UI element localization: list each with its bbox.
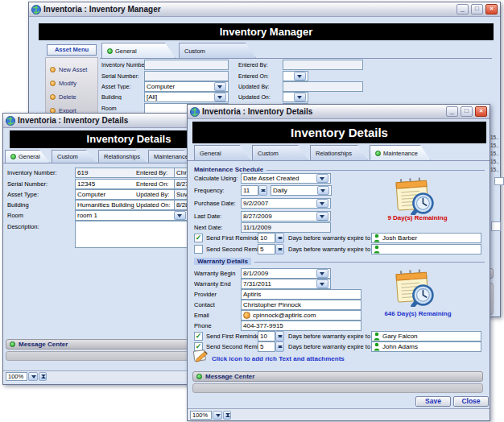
- inventory-manager-titlebar[interactable]: Inventoria : Inventory Manager _ □ ×: [29, 2, 500, 17]
- description-textarea[interactable]: [75, 221, 188, 248]
- frequency-unit-select[interactable]: Daily: [271, 185, 332, 196]
- send-second-reminder-label: Send Second Reminder: [206, 343, 258, 350]
- menu-item-delete[interactable]: Delete: [50, 92, 76, 102]
- inventory-details-titlebar[interactable]: Inventoria : Inventory Details _ □ ×: [188, 105, 490, 119]
- building-label: Building: [7, 201, 75, 209]
- warranty-begin-label: Warranty Begin: [194, 270, 241, 277]
- maximize-button[interactable]: □: [461, 106, 473, 117]
- building-label: Building: [101, 94, 144, 100]
- inventory-number-input[interactable]: [144, 60, 229, 70]
- person-icon: [374, 342, 380, 351]
- building-select[interactable]: [All]: [144, 92, 229, 102]
- tab-label: Maintenance: [383, 150, 418, 157]
- tab-relationships[interactable]: Relationships: [310, 145, 368, 160]
- chevron-down-icon: [294, 93, 306, 101]
- phone-label: Phone: [194, 322, 241, 329]
- warranty-details-section: Warranty Details: [194, 257, 485, 266]
- menu-item-new-asset[interactable]: New Asset: [50, 64, 87, 75]
- first-reminder-recipient-input[interactable]: Josh Barber: [371, 233, 481, 243]
- last-date-select[interactable]: 8/27/2009: [241, 211, 331, 221]
- rich-text-hint: Click icon to add rich Text and attachme…: [212, 355, 345, 362]
- days-value: 5: [260, 343, 263, 350]
- calculate-using-select[interactable]: Date Asset Created: [241, 173, 331, 184]
- maintenance-calendar-clock-icon: [395, 175, 434, 215]
- frequency-unit-value: Daily: [273, 187, 287, 194]
- description-label: Description:: [7, 223, 75, 230]
- tab-custom[interactable]: Custom: [252, 145, 308, 160]
- minimize-button[interactable]: _: [446, 106, 458, 117]
- warranty-second-recipient-input[interactable]: John Adams: [371, 341, 481, 352]
- maximize-button[interactable]: □: [471, 4, 483, 14]
- second-reminder-recipient-input[interactable]: [371, 244, 481, 254]
- rich-text-note-icon[interactable]: [192, 348, 210, 362]
- tab-custom[interactable]: Custom: [52, 150, 97, 163]
- asset-type-label: Asset Type:: [7, 191, 75, 198]
- email-input[interactable]: cpinnock@aptiris.com: [241, 310, 361, 321]
- entered-by-label: Entered By:: [238, 62, 283, 68]
- warranty-end-value: 7/31/2011: [243, 280, 271, 288]
- warranty-first-reminder-checkbox[interactable]: ✓: [194, 332, 203, 341]
- first-reminder-days-input[interactable]: 10: [258, 233, 275, 243]
- save-button[interactable]: Save: [415, 396, 451, 407]
- zoom-stepper[interactable]: [223, 411, 231, 420]
- warranty-first-days-input[interactable]: 10: [258, 331, 275, 341]
- close-button[interactable]: ×: [475, 106, 487, 117]
- close-button[interactable]: Close: [453, 396, 489, 407]
- warranty-begin-value: 8/1/2009: [243, 270, 268, 277]
- message-center-bar[interactable]: Message Center: [192, 371, 483, 382]
- first-reminder-days-stepper[interactable]: [275, 233, 284, 243]
- send-second-reminder-checkbox[interactable]: [194, 245, 203, 254]
- tab-general[interactable]: General: [194, 145, 250, 160]
- send-first-reminder-checkbox[interactable]: ✓: [194, 234, 203, 242]
- email-value: cpinnock@aptiris.com: [253, 312, 316, 319]
- next-date-input[interactable]: 11/1/2009: [241, 222, 331, 233]
- tab-maintenance[interactable]: Maintenance: [370, 145, 431, 160]
- entered-on-select[interactable]: [283, 71, 308, 81]
- calculate-using-label: Calculate Using:: [194, 175, 241, 182]
- room-select[interactable]: room 1: [75, 210, 188, 221]
- second-reminder-days-stepper[interactable]: [275, 244, 284, 254]
- tab-custom[interactable]: Custom: [179, 43, 256, 58]
- second-reminder-days-input[interactable]: 5: [258, 244, 275, 254]
- updated-on-label: Updated On:: [238, 94, 283, 100]
- updated-by-input[interactable]: [283, 81, 363, 92]
- warranty-end-select[interactable]: 7/31/2011: [241, 279, 331, 289]
- chevron-down-icon: [316, 212, 328, 221]
- phone-input[interactable]: 404-377-9915: [241, 321, 361, 331]
- zoom-dropdown-icon[interactable]: [213, 411, 222, 420]
- provider-value: Aptiris: [243, 291, 261, 298]
- frequency-input[interactable]: 11: [241, 185, 258, 196]
- zoom-level[interactable]: 100%: [190, 411, 212, 420]
- entered-by-input[interactable]: [283, 60, 363, 70]
- close-button[interactable]: ×: [485, 4, 498, 14]
- warranty-second-days-stepper[interactable]: [275, 341, 284, 352]
- frequency-stepper[interactable]: [258, 185, 267, 196]
- person-icon: [374, 245, 380, 254]
- zoom-stepper[interactable]: [39, 372, 47, 381]
- menu-bullet-icon: [50, 67, 56, 72]
- provider-input[interactable]: Aptiris: [241, 289, 361, 300]
- purchase-date-select[interactable]: 9/2/2007: [241, 198, 331, 209]
- building-value: Humanities Building: [77, 201, 134, 209]
- tab-label: Maintenance: [154, 153, 188, 160]
- warranty-first-days-stepper[interactable]: [275, 331, 284, 341]
- contact-input[interactable]: Christopher Pinnock: [241, 300, 361, 310]
- warranty-first-recipient-input[interactable]: Gary Falcon: [371, 331, 481, 341]
- tab-general[interactable]: General: [101, 43, 176, 58]
- send-first-reminder-label: Send First Reminder: [206, 333, 258, 340]
- tab-label: Custom: [184, 48, 205, 55]
- warranty-second-days-input[interactable]: 5: [258, 341, 275, 352]
- serial-number-input[interactable]: [144, 71, 229, 81]
- menu-item-modify[interactable]: Modify: [50, 78, 76, 89]
- zoom-level[interactable]: 100%: [6, 372, 27, 381]
- asset-type-value: Computer: [77, 191, 105, 198]
- chevron-down-icon: [214, 93, 226, 101]
- warranty-begin-select[interactable]: 8/1/2009: [241, 268, 331, 279]
- zoom-dropdown-icon[interactable]: [28, 372, 38, 381]
- minimize-button[interactable]: _: [456, 4, 469, 14]
- updated-on-select[interactable]: [283, 92, 308, 102]
- tab-relationships[interactable]: Relationships: [98, 150, 147, 163]
- message-center-panel: [192, 383, 483, 393]
- tab-general[interactable]: General: [5, 150, 50, 163]
- asset-type-select[interactable]: Computer: [144, 81, 229, 92]
